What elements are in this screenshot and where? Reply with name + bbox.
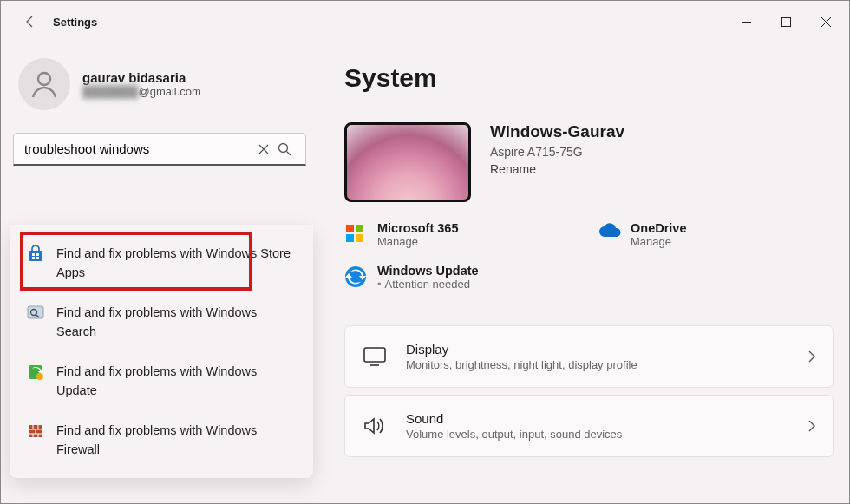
- setting-sound[interactable]: Sound Volume levels, output, input, soun…: [344, 395, 834, 457]
- chevron-right-icon: [808, 350, 815, 363]
- quicklink-sub[interactable]: •Attention needed: [377, 278, 479, 291]
- svg-rect-1: [781, 17, 790, 26]
- quicklink-windows-update[interactable]: Windows Update •Attention needed: [344, 264, 580, 291]
- setting-display[interactable]: Display Monitors, brightness, night ligh…: [344, 325, 834, 388]
- search-input[interactable]: [24, 141, 258, 156]
- display-icon: [363, 347, 387, 366]
- suggestion-label: Find and fix problems with Windows Searc…: [56, 303, 298, 341]
- svg-rect-27: [356, 234, 363, 242]
- sidebar-item-time-language[interactable]: Time & language: [16, 498, 167, 504]
- svg-point-2: [38, 73, 50, 85]
- quicklink-label: Microsoft 365: [377, 221, 458, 235]
- svg-rect-9: [36, 257, 39, 259]
- svg-rect-10: [28, 306, 43, 318]
- search-box[interactable]: [13, 133, 306, 166]
- app-title: Settings: [53, 16, 97, 29]
- suggestion-label: Find and fix problems with Windows Store…: [56, 244, 298, 282]
- m365-icon: [344, 223, 367, 245]
- suggestion-windows-search[interactable]: Find and fix problems with Windows Searc…: [10, 292, 313, 351]
- card-label: Display: [406, 342, 638, 357]
- minimize-button[interactable]: [726, 8, 766, 36]
- svg-rect-8: [32, 257, 35, 259]
- main-content: System Windows-Gaurav Aspire A715-75G Re…: [313, 43, 849, 503]
- quicklink-sub[interactable]: Manage: [631, 235, 686, 248]
- title-bar: Settings: [1, 1, 849, 43]
- quicklink-sub[interactable]: Manage: [377, 235, 458, 248]
- account-block[interactable]: gaurav bidasaria ███████@gmail.com: [11, 43, 313, 133]
- svg-line-4: [287, 151, 291, 155]
- device-block: Windows-Gaurav Aspire A715-75G Rename: [344, 122, 834, 202]
- search-suggestions: Find and fix problems with Windows Store…: [10, 225, 313, 478]
- svg-rect-5: [29, 251, 42, 261]
- search-icon[interactable]: [278, 142, 297, 156]
- avatar: [18, 58, 70, 110]
- quicklink-label: Windows Update: [377, 264, 479, 278]
- account-name: gaurav bidasaria: [82, 70, 201, 85]
- card-label: Sound: [406, 411, 622, 426]
- svg-rect-25: [356, 225, 363, 232]
- search-container: [11, 133, 313, 166]
- device-wallpaper: [344, 122, 471, 202]
- svg-rect-29: [364, 348, 385, 362]
- card-sub: Volume levels, output, input, sound devi…: [406, 428, 622, 441]
- device-name: Windows-Gaurav: [490, 122, 624, 141]
- back-button[interactable]: [16, 8, 44, 36]
- suggestion-store-apps[interactable]: Find and fix problems with Windows Store…: [10, 233, 313, 292]
- close-button[interactable]: [806, 8, 846, 36]
- wu-icon: [344, 265, 367, 288]
- quicklink-label: OneDrive: [631, 221, 686, 235]
- page-title: System: [344, 63, 834, 93]
- device-model: Aspire A715-75G: [490, 145, 624, 159]
- maximize-button[interactable]: [766, 8, 806, 36]
- suggestion-label: Find and fix problems with Windows Updat…: [56, 362, 298, 400]
- search-fix-icon: [27, 304, 44, 322]
- rename-button[interactable]: Rename: [490, 162, 624, 176]
- chevron-right-icon: [808, 420, 815, 432]
- card-sub: Monitors, brightness, night light, displ…: [406, 358, 638, 371]
- firewall-icon: [27, 422, 44, 440]
- quicklink-onedrive[interactable]: OneDrive Manage: [598, 221, 834, 248]
- svg-point-3: [279, 143, 288, 152]
- quicklink-m365[interactable]: Microsoft 365 Manage: [344, 221, 580, 248]
- account-email: ███████@gmail.com: [82, 85, 201, 98]
- wu-fix-icon: [27, 363, 44, 381]
- svg-rect-6: [32, 253, 35, 256]
- store-icon: [27, 245, 44, 263]
- suggestion-windows-update[interactable]: Find and fix problems with Windows Updat…: [10, 351, 313, 410]
- suggestion-windows-firewall[interactable]: Find and fix problems with Windows Firew…: [10, 410, 313, 469]
- sound-icon: [363, 416, 387, 435]
- suggestion-label: Find and fix problems with Windows Firew…: [56, 421, 298, 459]
- svg-point-14: [36, 373, 43, 380]
- svg-rect-26: [346, 234, 354, 242]
- onedrive-icon: [598, 223, 620, 245]
- sidebar: gaurav bidasaria ███████@gmail.com: [1, 43, 313, 503]
- clear-icon[interactable]: [258, 144, 278, 154]
- svg-rect-7: [36, 253, 39, 256]
- svg-rect-24: [346, 225, 354, 232]
